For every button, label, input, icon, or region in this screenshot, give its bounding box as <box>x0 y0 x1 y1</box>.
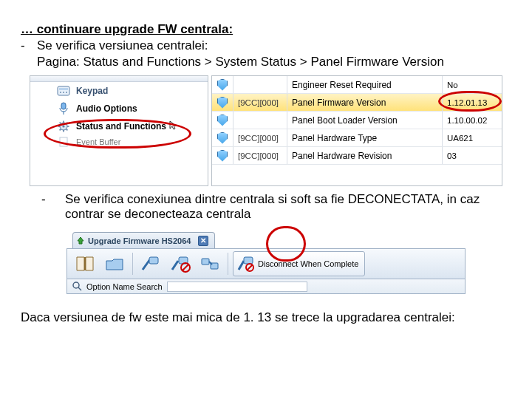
svg-rect-25 <box>244 257 253 264</box>
svg-rect-5 <box>61 103 66 109</box>
table-row[interactable]: [9CC][000] Panel Hardware Revision 03 <box>212 147 502 165</box>
panel-info-table: Engineer Reset Required No [9CC][000] Pa… <box>211 75 502 186</box>
svg-line-16 <box>60 129 61 131</box>
cell-value: 1.12.01.13 <box>443 98 502 107</box>
bullet-1-text: Se verifica versiunea centralei: <box>37 38 208 52</box>
shield-icon <box>217 150 228 162</box>
screenshot-panel-info: Keypad Audio Options Status and Function… <box>30 75 502 186</box>
svg-rect-18 <box>84 257 86 270</box>
nav-tree: Keypad Audio Options Status and Function… <box>30 75 208 186</box>
cell-value: UA621 <box>443 134 502 143</box>
breadcrumb-line: Pagina: Status and Functions > System St… <box>21 55 511 69</box>
microphone-icon <box>57 102 70 115</box>
svg-rect-1 <box>59 88 68 90</box>
disconnect-button-label: Disconnect When Complete <box>258 259 358 268</box>
svg-line-27 <box>248 265 253 270</box>
svg-line-14 <box>66 129 68 131</box>
svg-rect-17 <box>60 137 67 146</box>
cell-label: Panel Firmware Version <box>287 98 442 108</box>
cell-code: [9CC][000] <box>233 151 287 160</box>
table-row[interactable]: [9CC][000] Panel Hardware Type UA621 <box>212 129 502 147</box>
tab-close-button[interactable]: ✕ <box>198 236 208 246</box>
toolbar-book-button[interactable] <box>72 251 98 276</box>
bullet-2: - Se verifica conexiunea dintre centrala… <box>41 192 511 222</box>
svg-point-28 <box>73 282 79 288</box>
table-row[interactable]: Panel Boot Loader Version 1.10.00.02 <box>212 112 502 129</box>
table-row[interactable]: Engineer Reset Required No <box>212 76 502 94</box>
tree-item-label: Event Buffer <box>76 137 120 146</box>
tree-item-label: Status and Functions <box>76 121 166 132</box>
cell-code: [9CC][000] <box>233 98 287 107</box>
screenshot-toolbar: Upgrade Firmware HS2064 ✕ Disconnect Whe… <box>66 229 466 296</box>
toolbar-folder-button[interactable] <box>101 251 128 276</box>
closing-line: Daca versiunea de fw este mai mica de 1.… <box>21 310 511 325</box>
cursor-icon <box>169 120 177 133</box>
tab-bar: Upgrade Firmware HS2064 ✕ <box>66 229 466 248</box>
svg-rect-0 <box>58 86 69 95</box>
tree-item-status-functions[interactable]: Status and Functions <box>30 117 208 135</box>
svg-point-3 <box>63 92 64 93</box>
magnifier-icon <box>72 281 82 293</box>
tree-item-label: Keypad <box>76 86 108 96</box>
cell-label: Panel Boot Loader Version <box>287 115 442 126</box>
tree-item-label: Audio Options <box>76 103 137 114</box>
arrow-up-icon <box>76 236 85 246</box>
cell-value: No <box>443 81 502 89</box>
svg-line-22 <box>183 265 188 270</box>
shield-icon <box>217 115 228 126</box>
cell-label: Panel Hardware Revision <box>287 151 442 161</box>
search-bar: Option Name Search <box>66 279 466 294</box>
shield-icon <box>217 132 228 144</box>
cell-code: [9CC][000] <box>233 134 287 143</box>
cell-value: 03 <box>443 151 502 160</box>
keypad-icon <box>57 84 70 98</box>
main-toolbar: Disconnect When Complete <box>66 248 466 279</box>
shield-icon <box>217 79 228 91</box>
svg-line-15 <box>66 123 68 124</box>
svg-point-4 <box>66 92 67 93</box>
svg-point-8 <box>62 125 64 127</box>
cell-label: Panel Hardware Type <box>287 133 442 143</box>
toolbar-transfer-button[interactable] <box>197 251 223 276</box>
bullet-2-text: Se verifica conexiunea dintre centrala s… <box>65 192 511 222</box>
tab-label: Upgrade Firmware HS2064 <box>88 236 191 245</box>
bullet-1: -Se verifica versiunea centralei: <box>21 38 511 53</box>
section-heading: … continuare upgrade FW centrala: <box>21 22 511 37</box>
shield-icon <box>217 97 228 109</box>
tree-item-event-buffer[interactable]: Event Buffer <box>30 135 208 149</box>
table-row[interactable]: [9CC][000] Panel Firmware Version 1.12.0… <box>212 94 502 112</box>
svg-rect-23 <box>202 259 209 265</box>
svg-line-13 <box>60 123 61 124</box>
tree-item-keypad[interactable]: Keypad <box>30 82 208 100</box>
search-label: Option Name Search <box>86 282 163 291</box>
svg-rect-19 <box>149 257 158 264</box>
disconnect-when-complete-button[interactable]: Disconnect When Complete <box>233 251 365 276</box>
document-icon <box>57 135 70 149</box>
cell-label: Engineer Reset Required <box>287 80 442 90</box>
toolbar-connect-button[interactable] <box>137 251 164 276</box>
gear-icon <box>57 120 70 133</box>
cell-value: 1.10.00.02 <box>443 116 502 125</box>
toolbar-disconnect-button[interactable] <box>167 251 194 276</box>
tab-upgrade-firmware[interactable]: Upgrade Firmware HS2064 ✕ <box>72 232 215 248</box>
search-input[interactable] <box>167 282 307 292</box>
svg-point-2 <box>60 92 61 93</box>
tree-item-audio[interactable]: Audio Options <box>30 100 208 117</box>
svg-line-29 <box>78 287 81 290</box>
